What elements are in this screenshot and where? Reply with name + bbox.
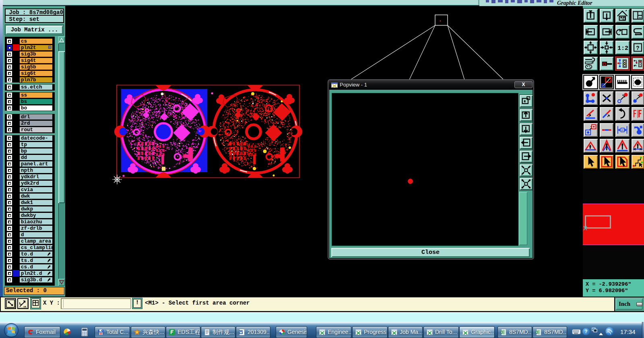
svg-text:?: ? xyxy=(636,45,639,52)
svg-text:4: 4 xyxy=(621,128,623,132)
svg-text:ok: ok xyxy=(23,305,27,308)
svg-text:xy: xy xyxy=(639,16,642,19)
svg-text:1:2: 1:2 xyxy=(617,45,628,52)
